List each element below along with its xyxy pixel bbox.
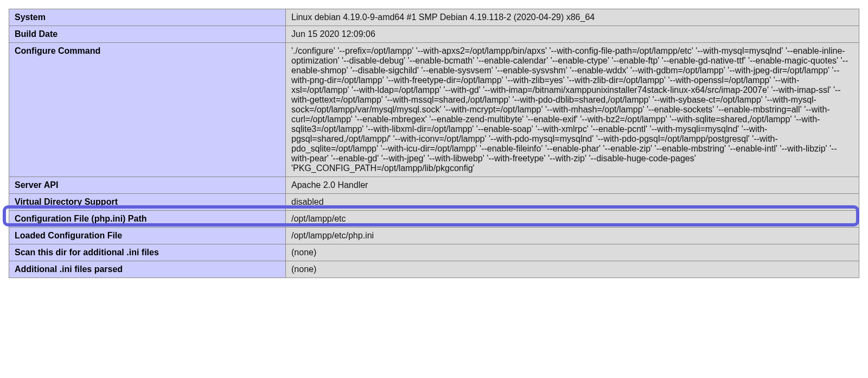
row-value: Linux debian 4.19.0-9-amd64 #1 SMP Debia… bbox=[286, 9, 859, 26]
row-value: './configure' '--prefix=/opt/lampp' '--w… bbox=[286, 43, 859, 177]
table-row: Virtual Directory Support disabled bbox=[9, 194, 859, 211]
row-label: Configuration File (php.ini) Path bbox=[9, 211, 286, 228]
table-row: Configuration File (php.ini) Path /opt/l… bbox=[9, 211, 859, 228]
table-row: Server API Apache 2.0 Handler bbox=[9, 177, 859, 194]
row-value: Apache 2.0 Handler bbox=[286, 177, 859, 194]
table-row: Build Date Jun 15 2020 12:09:06 bbox=[9, 26, 859, 43]
phpinfo-table: System Linux debian 4.19.0-9-amd64 #1 SM… bbox=[9, 9, 859, 278]
row-label: Build Date bbox=[9, 26, 286, 43]
row-value: (none) bbox=[286, 261, 859, 278]
row-label: Additional .ini files parsed bbox=[9, 261, 286, 278]
table-row: Loaded Configuration File /opt/lampp/etc… bbox=[9, 228, 859, 244]
phpinfo-wrap: System Linux debian 4.19.0-9-amd64 #1 SM… bbox=[9, 9, 859, 278]
row-label: Scan this dir for additional .ini files bbox=[9, 244, 286, 261]
row-label: Configure Command bbox=[9, 43, 286, 177]
row-value: (none) bbox=[286, 244, 859, 261]
row-label: Server API bbox=[9, 177, 286, 194]
table-row: Additional .ini files parsed (none) bbox=[9, 261, 859, 278]
row-value: Jun 15 2020 12:09:06 bbox=[286, 26, 859, 43]
row-label: System bbox=[9, 9, 286, 26]
row-value: disabled bbox=[286, 194, 859, 211]
row-label: Loaded Configuration File bbox=[9, 228, 286, 244]
row-value: /opt/lampp/etc bbox=[286, 211, 859, 228]
table-row: System Linux debian 4.19.0-9-amd64 #1 SM… bbox=[9, 9, 859, 26]
row-value: /opt/lampp/etc/php.ini bbox=[286, 228, 859, 244]
table-row: Configure Command './configure' '--prefi… bbox=[9, 43, 859, 177]
row-label: Virtual Directory Support bbox=[9, 194, 286, 211]
table-row: Scan this dir for additional .ini files … bbox=[9, 244, 859, 261]
